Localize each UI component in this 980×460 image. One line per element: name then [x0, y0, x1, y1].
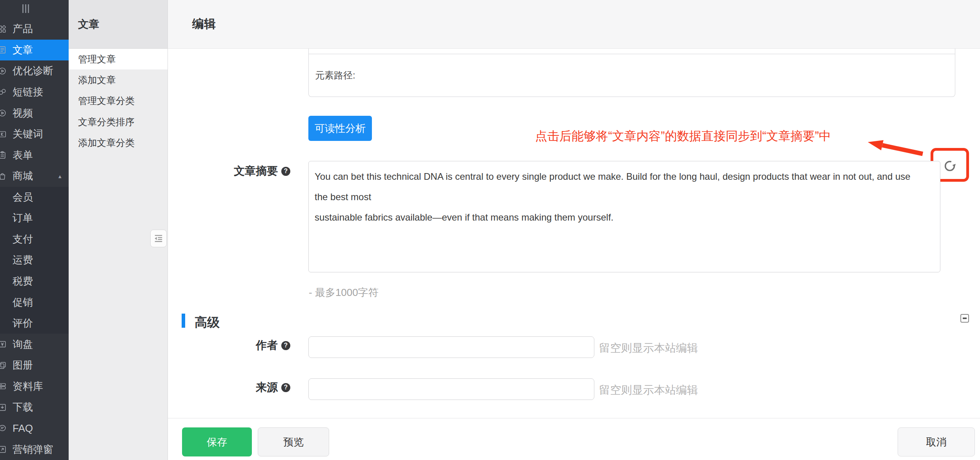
- seo-diagnosis-icon: [0, 67, 7, 75]
- sidebar-item-faq[interactable]: FAQ: [0, 418, 69, 439]
- sidebar-item-label: 促销: [13, 296, 33, 309]
- submenu-item-label: 添加文章: [78, 74, 116, 86]
- sidebar-item-label: 优化诊断: [13, 64, 53, 78]
- main-header: 编辑: [168, 0, 980, 49]
- summary-field-label: 文章摘要 ?: [196, 164, 290, 179]
- inquiry-icon: [0, 340, 7, 349]
- marketing-popup-icon: [0, 445, 7, 454]
- keywords-icon: [0, 130, 7, 139]
- sidebar-item-label: 短链接: [13, 85, 43, 99]
- save-button[interactable]: 保存: [182, 427, 252, 456]
- download-icon: [0, 403, 7, 412]
- sidebar-item-label: 营销弹窗: [13, 443, 53, 456]
- toggle-submenu-button[interactable]: [150, 230, 167, 247]
- sidebar-item-label: 支付: [13, 232, 33, 246]
- editor-element-path-bar: 元素路径:: [309, 54, 955, 97]
- sidebar-top: [0, 0, 69, 18]
- source-hint: 留空则显示本站编辑: [599, 383, 698, 398]
- sidebar-item-label: 表单: [13, 148, 33, 162]
- sidebar-item-reviews[interactable]: 评价: [0, 313, 69, 334]
- sidebar-item-products[interactable]: 产品: [0, 18, 69, 40]
- help-icon[interactable]: ?: [281, 341, 290, 350]
- source-field-label: 来源 ?: [196, 380, 290, 395]
- submenu-item-manage-article-categories[interactable]: 管理文章分类: [69, 91, 168, 111]
- video-icon: [0, 109, 7, 117]
- section-accent-bar: [182, 314, 185, 328]
- preview-button[interactable]: 预览: [258, 427, 329, 456]
- annotation-text: 点击后能够将“文章内容”的数据直接同步到“文章摘要”中: [535, 128, 831, 144]
- sidebar-item-label: 下载: [13, 400, 33, 414]
- sync-summary-button[interactable]: [940, 156, 960, 175]
- sidebar-item-tax[interactable]: 税费: [0, 271, 69, 292]
- sidebar-item-orders[interactable]: 订单: [0, 208, 69, 229]
- help-icon[interactable]: ?: [281, 167, 290, 176]
- sidebar-item-forms[interactable]: 表单: [0, 144, 69, 166]
- sidebar-item-articles[interactable]: 文章: [0, 40, 69, 61]
- sidebar-item-shipping[interactable]: 运费: [0, 250, 69, 271]
- summary-hint: - 最多1000字符: [309, 286, 379, 299]
- author-field-label: 作者 ?: [196, 338, 290, 353]
- sidebar-item-label: 评价: [13, 316, 33, 330]
- sidebar-item-library[interactable]: 资料库: [0, 376, 69, 397]
- sidebar-item-label: 资料库: [13, 380, 43, 393]
- sidebar-item-label: 询盘: [13, 338, 33, 351]
- cancel-button[interactable]: 取消: [898, 427, 975, 456]
- author-hint: 留空则显示本站编辑: [599, 341, 698, 356]
- sidebar-collapse-button[interactable]: [22, 4, 31, 13]
- app-window: 产品文章优化诊断短链接视频关键词表单商城▲会员订单支付运费税费促销评价询盘图册资…: [0, 0, 980, 460]
- annotation-arrow: [861, 137, 930, 158]
- sidebar-item-label: 订单: [13, 211, 33, 225]
- sidebar-item-label: 运费: [13, 253, 33, 267]
- sidebar-item-payment[interactable]: 支付: [0, 229, 69, 250]
- refresh-icon: [942, 158, 957, 173]
- sidebar: 产品文章优化诊断短链接视频关键词表单商城▲会员订单支付运费税费促销评价询盘图册资…: [0, 0, 69, 460]
- submenu-item-label: 添加文章分类: [78, 137, 135, 149]
- author-input[interactable]: [308, 336, 594, 358]
- sidebar-item-keywords[interactable]: 关键词: [0, 124, 69, 145]
- source-label-text: 来源: [256, 380, 278, 395]
- album-icon: [0, 361, 7, 370]
- submenu-item-manage-articles[interactable]: 管理文章: [69, 49, 168, 69]
- editor-bottom-fragment: 元素路径:: [308, 49, 955, 97]
- author-label-text: 作者: [256, 338, 278, 353]
- sidebar-item-seo-diagnosis[interactable]: 优化诊断: [0, 60, 69, 82]
- sidebar-item-marketing-popup[interactable]: 营销弹窗: [0, 439, 69, 460]
- submenu-item-add-article-category[interactable]: 添加文章分类: [69, 133, 168, 153]
- sidebar-item-label: 会员: [13, 190, 33, 204]
- submenu-item-add-article[interactable]: 添加文章: [69, 69, 168, 90]
- submenu-list: 管理文章添加文章管理文章分类文章分类排序添加文章分类: [69, 49, 168, 153]
- sidebar-item-promotion[interactable]: 促销: [0, 292, 69, 313]
- submenu-item-label: 管理文章分类: [78, 95, 135, 107]
- sidebar-item-label: 商城: [13, 169, 33, 183]
- element-path-label: 元素路径:: [315, 69, 355, 82]
- minus-icon: [963, 318, 967, 319]
- sidebar-item-label: 税费: [13, 274, 33, 288]
- sidebar-item-video[interactable]: 视频: [0, 102, 69, 124]
- help-icon[interactable]: ?: [281, 383, 290, 392]
- sidebar-item-inquiry[interactable]: 询盘: [0, 334, 69, 355]
- page-title: 编辑: [192, 16, 216, 32]
- library-icon: [0, 382, 7, 391]
- products-icon: [0, 25, 7, 33]
- advanced-section-title: 高级: [195, 314, 220, 331]
- source-input[interactable]: [308, 378, 594, 400]
- collapse-section-button[interactable]: [960, 314, 969, 323]
- sidebar-item-mall[interactable]: 商城▲: [0, 166, 69, 187]
- sidebar-nav: 产品文章优化诊断短链接视频关键词表单商城▲会员订单支付运费税费促销评价询盘图册资…: [0, 18, 69, 460]
- articles-icon: [0, 46, 7, 54]
- sidebar-item-album[interactable]: 图册: [0, 355, 69, 376]
- article-summary-textarea[interactable]: You can bet this technical DNA is centra…: [308, 161, 940, 272]
- footer-action-bar: 保存 预览 取消: [168, 418, 980, 460]
- sidebar-item-label: 文章: [13, 43, 33, 57]
- submenu-item-label: 文章分类排序: [78, 116, 135, 128]
- sidebar-item-short-links[interactable]: 短链接: [0, 82, 69, 103]
- submenu-item-article-category-sort[interactable]: 文章分类排序: [69, 111, 168, 132]
- sidebar-item-download[interactable]: 下载: [0, 397, 69, 418]
- readability-analysis-button[interactable]: 可读性分析: [308, 116, 372, 141]
- outdent-icon: [153, 234, 164, 244]
- submenu-title: 文章: [69, 0, 168, 49]
- sidebar-item-members[interactable]: 会员: [0, 187, 69, 208]
- summary-label-text: 文章摘要: [234, 164, 278, 179]
- sidebar-item-label: 视频: [13, 106, 33, 120]
- submenu-panel: 文章 管理文章添加文章管理文章分类文章分类排序添加文章分类: [69, 0, 168, 460]
